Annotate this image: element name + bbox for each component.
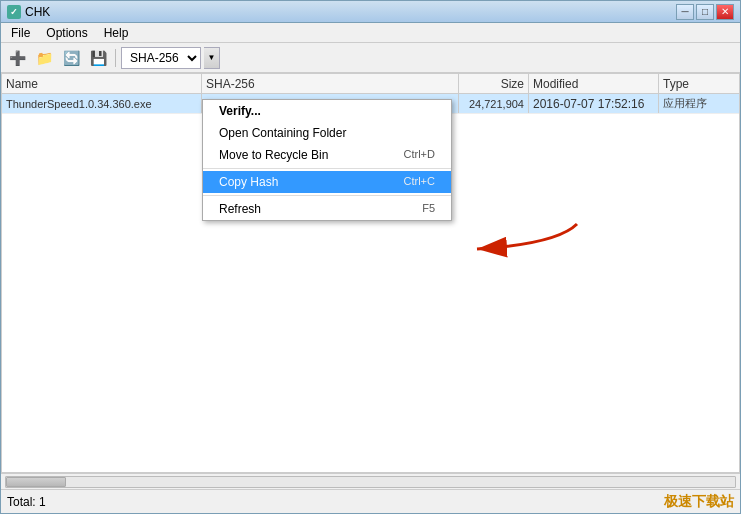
- scrollbar-thumb[interactable]: [6, 477, 66, 487]
- ctx-refresh-shortcut: F5: [422, 202, 435, 216]
- minimize-button[interactable]: ─: [676, 4, 694, 20]
- menu-file[interactable]: File: [3, 24, 38, 42]
- title-bar: ✓ CHK ─ □ ✕: [1, 1, 740, 23]
- add-button[interactable]: ➕: [5, 47, 29, 69]
- refresh-button[interactable]: 🔄: [59, 47, 83, 69]
- ctx-separator-2: [203, 195, 451, 196]
- col-header-modified[interactable]: Modified: [529, 74, 659, 93]
- ctx-refresh-label: Refresh: [219, 202, 261, 216]
- watermark: 极速下载站: [664, 493, 734, 511]
- table-header: Name SHA-256 Size Modified Type: [2, 74, 739, 94]
- file-size: 24,721,904: [459, 94, 529, 113]
- file-list-area: Name SHA-256 Size Modified Type ThunderS…: [1, 73, 740, 473]
- hash-algorithm-select[interactable]: SHA-256 MD5 SHA-1 SHA-512: [121, 47, 201, 69]
- col-header-name[interactable]: Name: [2, 74, 202, 93]
- col-header-sha256[interactable]: SHA-256: [202, 74, 459, 93]
- menu-options[interactable]: Options: [38, 24, 95, 42]
- ctx-refresh[interactable]: Refresh F5: [203, 198, 451, 220]
- ctx-copy-hash[interactable]: Copy Hash Ctrl+C: [203, 171, 451, 193]
- separator: [115, 49, 116, 67]
- ctx-verify[interactable]: Verify...: [203, 100, 451, 122]
- close-button[interactable]: ✕: [716, 4, 734, 20]
- toolbar: ➕ 📁 🔄 💾 SHA-256 MD5 SHA-1 SHA-512 ▼: [1, 43, 740, 73]
- ctx-separator-1: [203, 168, 451, 169]
- save-button[interactable]: 💾: [86, 47, 110, 69]
- status-bar: Total: 1 极速下载站: [1, 489, 740, 513]
- app-icon: ✓: [7, 5, 21, 19]
- file-type: 应用程序: [659, 94, 739, 113]
- context-menu: Verify... Open Containing Folder Move to…: [202, 99, 452, 221]
- main-window: ✓ CHK ─ □ ✕ File Options Help ➕ 📁 🔄 💾 SH…: [0, 0, 741, 514]
- ctx-recycle-shortcut: Ctrl+D: [404, 148, 435, 162]
- horizontal-scrollbar[interactable]: [5, 476, 736, 488]
- hash-dropdown-arrow[interactable]: ▼: [204, 47, 220, 69]
- col-header-type[interactable]: Type: [659, 74, 739, 93]
- window-title: CHK: [25, 5, 676, 19]
- ctx-open-folder-label: Open Containing Folder: [219, 126, 346, 140]
- maximize-button[interactable]: □: [696, 4, 714, 20]
- file-name: ThunderSpeed1.0.34.360.exe: [2, 94, 202, 113]
- menu-bar: File Options Help: [1, 23, 740, 43]
- folder-button[interactable]: 📁: [32, 47, 56, 69]
- menu-help[interactable]: Help: [96, 24, 137, 42]
- ctx-verify-label: Verify...: [219, 104, 261, 118]
- col-header-size[interactable]: Size: [459, 74, 529, 93]
- horizontal-scrollbar-area: [1, 473, 740, 489]
- status-total: Total: 1: [7, 495, 46, 509]
- ctx-copy-hash-label: Copy Hash: [219, 175, 278, 189]
- window-controls: ─ □ ✕: [676, 4, 734, 20]
- ctx-copy-hash-shortcut: Ctrl+C: [404, 175, 435, 189]
- ctx-open-folder[interactable]: Open Containing Folder: [203, 122, 451, 144]
- file-modified: 2016-07-07 17:52:16: [529, 94, 659, 113]
- ctx-recycle[interactable]: Move to Recycle Bin Ctrl+D: [203, 144, 451, 166]
- ctx-recycle-label: Move to Recycle Bin: [219, 148, 328, 162]
